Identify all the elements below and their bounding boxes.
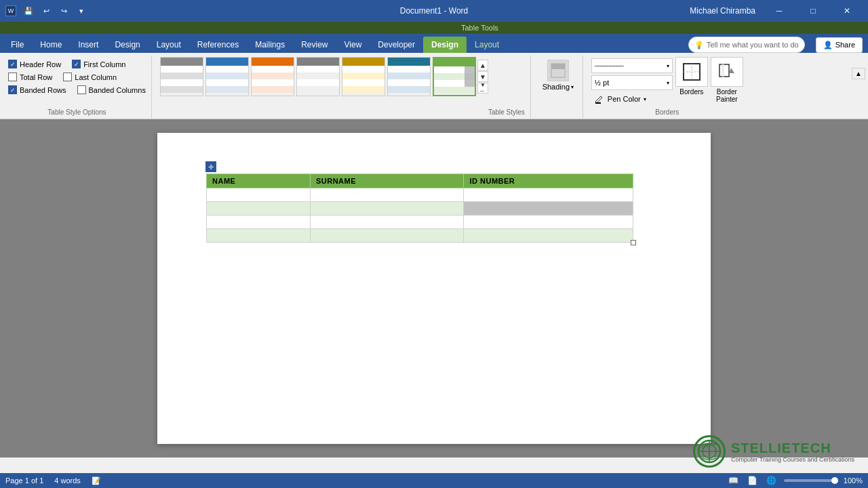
cell-r4c2[interactable] (310, 229, 464, 243)
logo-company-name: STELLIETECH (731, 441, 854, 456)
border-width-arrow[interactable]: ▾ (667, 80, 669, 86)
styles-gallery (160, 57, 476, 96)
style-blue[interactable] (205, 57, 249, 96)
style-orange[interactable] (251, 57, 294, 96)
customize-quick-access-button[interactable]: ▾ (73, 3, 90, 19)
shading-button[interactable]: Shading ▾ (539, 57, 577, 94)
header-row-checkbox[interactable]: ✓ (8, 60, 17, 68)
table-row[interactable] (207, 202, 633, 216)
redo-button[interactable]: ↪ (56, 3, 72, 19)
cell-r1c1[interactable] (207, 188, 311, 202)
borders-button[interactable] (675, 57, 708, 87)
banded-rows-option[interactable]: ✓ Banded Rows (8, 85, 66, 94)
shading-arrow[interactable]: ▾ (571, 84, 574, 90)
borders-label: Borders (679, 88, 703, 96)
total-row-checkbox[interactable] (8, 73, 17, 81)
style-gray[interactable] (296, 57, 340, 96)
cell-r3c3[interactable] (464, 216, 633, 229)
cell-r3c1[interactable] (207, 216, 311, 229)
user-account[interactable]: Michael Chiramba (684, 6, 761, 16)
gallery-more[interactable]: ▼─ (477, 83, 488, 94)
style-green[interactable] (433, 57, 476, 96)
document-table[interactable]: NAME SURNAME ID NUMBER (206, 174, 633, 243)
share-button[interactable]: 👤 Share (816, 37, 863, 53)
cell-r4c3[interactable] (464, 229, 633, 243)
language-indicator: 📝 (92, 476, 101, 485)
save-button[interactable]: 💾 (20, 3, 37, 19)
line-style-preview: ───────── (595, 63, 623, 69)
cell-r4c1[interactable] (207, 229, 311, 243)
borders-group-label: Borders (655, 106, 679, 117)
border-width-dropdown[interactable]: ½ pt ▾ (591, 75, 673, 90)
tab-table-layout[interactable]: Layout (467, 37, 507, 53)
tab-mailings[interactable]: Mailings (247, 37, 293, 53)
tab-design[interactable]: Design (106, 37, 148, 53)
undo-button[interactable]: ↩ (38, 3, 54, 19)
quick-access-toolbar: 💾 ↩ ↪ ▾ (20, 3, 90, 19)
cell-r2c1[interactable] (207, 202, 311, 216)
table-move-handle[interactable]: ✛ (205, 161, 216, 172)
tab-references[interactable]: References (189, 37, 247, 53)
tell-me-text: Tell me what you want to do (707, 41, 799, 49)
close-button[interactable]: ✕ (831, 0, 863, 22)
table-row[interactable] (207, 229, 633, 243)
total-row-option[interactable]: Total Row (8, 73, 52, 81)
zoom-slider[interactable] (784, 479, 838, 482)
table-resize-handle[interactable] (631, 240, 636, 245)
tab-review[interactable]: Review (293, 37, 336, 53)
banded-columns-option[interactable]: Banded Columns (77, 85, 146, 94)
cell-r1c2[interactable] (310, 188, 464, 202)
logo-text-block: STELLIETECH Computer Training Courses an… (731, 441, 854, 463)
banded-rows-checkbox[interactable]: ✓ (8, 85, 17, 94)
border-painter-button[interactable] (711, 57, 743, 87)
read-mode-button[interactable]: 📖 (727, 474, 741, 487)
last-column-option[interactable]: Last Column (63, 73, 117, 81)
style-options-content: ✓ Header Row ✓ First Column Total Row (8, 57, 146, 106)
zoom-thumb[interactable] (831, 477, 838, 484)
document-area: ✛ NAME SURNAME ID NUMBER (0, 119, 868, 458)
tab-view[interactable]: View (336, 37, 370, 53)
cell-r1c3[interactable] (464, 188, 633, 202)
title-bar-left: W 💾 ↩ ↪ ▾ (5, 3, 90, 19)
style-gold[interactable] (342, 57, 385, 96)
share-label: Share (835, 41, 855, 49)
cell-r3c2[interactable] (310, 216, 464, 229)
cell-r2c3[interactable] (464, 202, 633, 216)
borders-icon (682, 62, 701, 81)
web-layout-button[interactable]: 🌐 (765, 474, 778, 487)
collapse-ribbon-button[interactable]: ▲ (852, 68, 865, 79)
pen-color-arrow[interactable]: ▾ (644, 96, 646, 102)
tab-insert[interactable]: Insert (70, 37, 106, 53)
ribbon-right-tools: 💡 Tell me what you want to do 👤 Share (683, 37, 868, 53)
border-style-arrow[interactable]: ▾ (667, 63, 669, 69)
gallery-scroll-down[interactable]: ▼ (477, 71, 488, 82)
gallery-scroll-up[interactable]: ▲ (477, 60, 488, 70)
cell-r2c2[interactable] (310, 202, 464, 216)
zoom-level: 100% (844, 476, 863, 485)
banded-columns-checkbox[interactable] (77, 85, 86, 94)
tab-layout[interactable]: Layout (149, 37, 189, 53)
table-row[interactable] (207, 216, 633, 229)
style-teal[interactable] (387, 57, 431, 96)
status-bar: Page 1 of 1 4 words 📝 📖 📄 🌐 100% (0, 473, 868, 488)
table-row[interactable] (207, 188, 633, 202)
pen-color-button[interactable]: Pen Color ▾ (591, 92, 673, 106)
tab-table-design[interactable]: Design (423, 37, 467, 53)
last-column-checkbox[interactable] (63, 73, 72, 81)
first-column-option[interactable]: ✓ First Column (72, 60, 125, 68)
style-plain[interactable] (160, 57, 203, 96)
borders-group: ───────── ▾ ½ pt ▾ Pen Color (586, 56, 749, 119)
edit-mode-icon[interactable]: 📝 (92, 476, 101, 485)
tab-file[interactable]: File (3, 37, 32, 53)
border-style-dropdown[interactable]: ───────── ▾ (591, 58, 673, 73)
tab-home[interactable]: Home (32, 37, 70, 53)
tab-developer[interactable]: Developer (370, 37, 423, 53)
minimize-button[interactable]: ─ (764, 0, 795, 22)
print-layout-button[interactable]: 📄 (746, 474, 760, 487)
ribbon-tabs: File Home Insert Design Layout Reference… (0, 34, 868, 53)
first-column-checkbox[interactable]: ✓ (72, 60, 81, 68)
tell-me-box[interactable]: 💡 Tell me what you want to do (688, 37, 805, 53)
header-row-option[interactable]: ✓ Header Row (8, 60, 61, 68)
word-icon[interactable]: W (5, 5, 16, 16)
restore-button[interactable]: □ (797, 0, 829, 22)
